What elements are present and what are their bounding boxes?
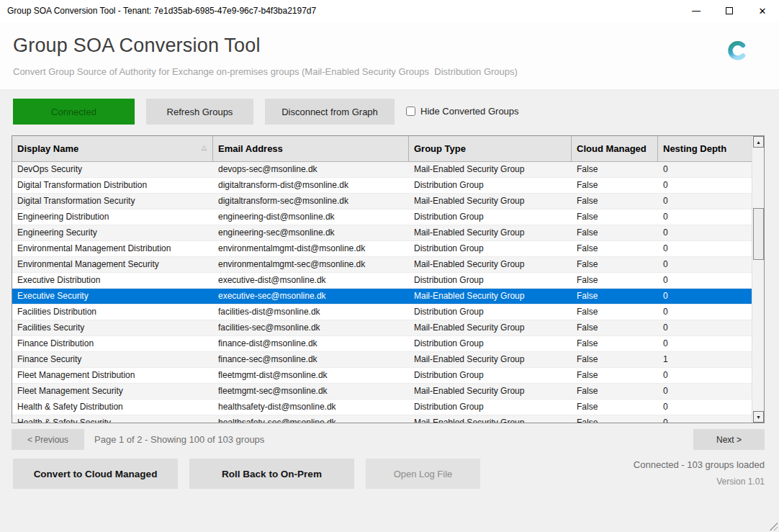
cell-display-name: Health & Safety Distribution	[12, 400, 213, 415]
cell-group-type: Mail-Enabled Security Group	[409, 257, 572, 272]
cell-display-name: Digital Transformation Security	[12, 194, 213, 209]
table-row[interactable]: Finance Distributionfinance-dist@msonlin…	[12, 336, 752, 352]
cell-email: executive-sec@msonline.dk	[213, 289, 409, 304]
app-logo-icon	[726, 39, 749, 65]
cell-group-type: Distribution Group	[409, 336, 572, 351]
cell-group-type: Mail-Enabled Security Group	[409, 415, 572, 423]
connected-button[interactable]: Connected	[13, 99, 135, 125]
cell-nesting-depth: 0	[658, 368, 752, 383]
cell-display-name: Executive Security	[12, 289, 213, 304]
column-header-group-type[interactable]: Group Type	[409, 136, 572, 161]
cell-email: devops-sec@msonline.dk	[213, 162, 409, 177]
cell-group-type: Mail-Enabled Security Group	[409, 352, 572, 367]
cell-email: digitaltransform-sec@msonline.dk	[213, 194, 409, 209]
cell-cloud-managed: False	[572, 209, 658, 225]
connection-status: Connected - 103 groups loaded	[634, 459, 765, 470]
table-row[interactable]: Health & Safety Securityhealthsafety-sec…	[12, 415, 752, 423]
cell-nesting-depth: 0	[658, 415, 752, 423]
cell-display-name: Environmental Management Security	[12, 257, 213, 272]
cell-email: healthsafety-dist@msonline.dk	[213, 400, 409, 415]
scroll-up-icon: ▲	[756, 140, 761, 145]
cell-email: environmentalmgmt-sec@msonline.dk	[213, 257, 409, 272]
cell-cloud-managed: False	[572, 384, 658, 399]
cell-group-type: Mail-Enabled Security Group	[409, 194, 572, 209]
cell-email: environmentalmgmt-dist@msonline.dk	[213, 241, 409, 256]
table-row[interactable]: Engineering Distributionengineering-dist…	[12, 209, 752, 225]
table-row[interactable]: Facilities Distributionfacilities-dist@m…	[12, 305, 752, 320]
table-row[interactable]: Facilities Securityfacilities-sec@msonli…	[12, 320, 752, 336]
cell-group-type: Distribution Group	[409, 305, 572, 320]
table-row[interactable]: Digital Transformation Distributiondigit…	[12, 178, 752, 194]
resize-grip-icon[interactable]	[767, 520, 778, 531]
column-header-cloud-managed[interactable]: Cloud Managed	[572, 136, 658, 161]
maximize-icon	[726, 7, 733, 14]
column-header-display-name[interactable]: Display Name △	[12, 136, 213, 161]
table-row[interactable]: Engineering Securityengineering-sec@mson…	[12, 225, 752, 241]
cell-email: digitaltransform-dist@msonline.dk	[213, 178, 409, 193]
cell-cloud-managed: False	[572, 162, 658, 177]
table-row[interactable]: DevOps Securitydevops-sec@msonline.dkMai…	[12, 162, 752, 178]
table-row[interactable]: Finance Securityfinance-sec@msonline.dkM…	[12, 352, 752, 368]
cell-cloud-managed: False	[572, 336, 658, 351]
table-row[interactable]: Health & Safety Distributionhealthsafety…	[12, 400, 752, 415]
disconnect-graph-button[interactable]: Disconnect from Graph	[265, 99, 395, 125]
cell-cloud-managed: False	[572, 320, 658, 335]
cell-nesting-depth: 1	[658, 352, 752, 367]
previous-page-button[interactable]: < Previous	[12, 429, 84, 450]
convert-to-cloud-button[interactable]: Convert to Cloud Managed	[13, 459, 178, 489]
table-row[interactable]: Fleet Management Distributionfleetmgmt-d…	[12, 368, 752, 384]
cell-cloud-managed: False	[572, 241, 658, 256]
table-row[interactable]: Executive Securityexecutive-sec@msonline…	[12, 289, 752, 305]
cell-nesting-depth: 0	[658, 289, 752, 304]
cell-nesting-depth: 0	[658, 241, 752, 256]
page-info: Page 1 of 2 - Showing 100 of 103 groups	[94, 434, 264, 445]
next-page-button[interactable]: Next >	[693, 429, 765, 450]
cell-email: fleetmgmt-dist@msonline.dk	[213, 368, 409, 383]
cell-group-type: Distribution Group	[409, 209, 572, 225]
page-title: Group SOA Conversion Tool	[13, 35, 261, 57]
refresh-groups-button[interactable]: Refresh Groups	[146, 99, 253, 125]
scroll-down-button[interactable]: ▼	[753, 411, 764, 423]
column-header-nesting-depth[interactable]: Nesting Depth	[658, 136, 752, 161]
table-header-row: Display Name △ Email Address Group Type …	[12, 136, 752, 162]
cell-nesting-depth: 0	[658, 162, 752, 177]
cell-display-name: Finance Security	[12, 352, 213, 367]
table-row[interactable]: Environmental Management Distributionenv…	[12, 241, 752, 257]
cell-nesting-depth: 0	[658, 384, 752, 399]
close-button[interactable]: ✕	[746, 0, 779, 22]
cell-group-type: Mail-Enabled Security Group	[409, 225, 572, 240]
vertical-scrollbar[interactable]: ▲ ▼	[752, 136, 764, 423]
open-log-file-button[interactable]: Open Log File	[366, 459, 480, 489]
table-row[interactable]: Digital Transformation Securitydigitaltr…	[12, 194, 752, 209]
cell-group-type: Distribution Group	[409, 241, 572, 256]
cell-cloud-managed: False	[572, 273, 658, 288]
cell-nesting-depth: 0	[658, 400, 752, 415]
cell-cloud-managed: False	[572, 352, 658, 367]
table-row[interactable]: Fleet Management Securityfleetmgmt-sec@m…	[12, 384, 752, 400]
cell-email: facilities-sec@msonline.dk	[213, 320, 409, 335]
cell-email: fleetmgmt-sec@msonline.dk	[213, 384, 409, 399]
cell-display-name: Fleet Management Distribution	[12, 368, 213, 383]
hide-converted-label[interactable]: Hide Converted Groups	[420, 106, 519, 117]
cell-nesting-depth: 0	[658, 257, 752, 272]
column-header-email-address[interactable]: Email Address	[213, 136, 409, 161]
cell-email: engineering-sec@msonline.dk	[213, 225, 409, 240]
minimize-button[interactable]: —	[680, 0, 713, 22]
version-label: Version 1.01	[716, 477, 765, 487]
cell-cloud-managed: False	[572, 289, 658, 304]
cell-display-name: Fleet Management Security	[12, 384, 213, 399]
scrollbar-thumb[interactable]	[753, 208, 764, 260]
cell-display-name: Executive Distribution	[12, 273, 213, 288]
table-row[interactable]: Environmental Management Securityenviron…	[12, 257, 752, 273]
cell-group-type: Distribution Group	[409, 178, 572, 193]
app-window: Group SOA Conversion Tool - Tenant: 7e1d…	[0, 0, 779, 532]
table-row[interactable]: Executive Distributionexecutive-dist@mso…	[12, 273, 752, 289]
maximize-button[interactable]	[713, 0, 746, 22]
scroll-up-button[interactable]: ▲	[753, 136, 764, 148]
hide-converted-checkbox[interactable]	[406, 107, 415, 116]
cell-nesting-depth: 0	[658, 178, 752, 193]
rollback-onprem-button[interactable]: Roll Back to On-Prem	[189, 459, 354, 489]
cell-cloud-managed: False	[572, 400, 658, 415]
cell-group-type: Mail-Enabled Security Group	[409, 320, 572, 335]
grid-body: DevOps Securitydevops-sec@msonline.dkMai…	[12, 162, 752, 423]
